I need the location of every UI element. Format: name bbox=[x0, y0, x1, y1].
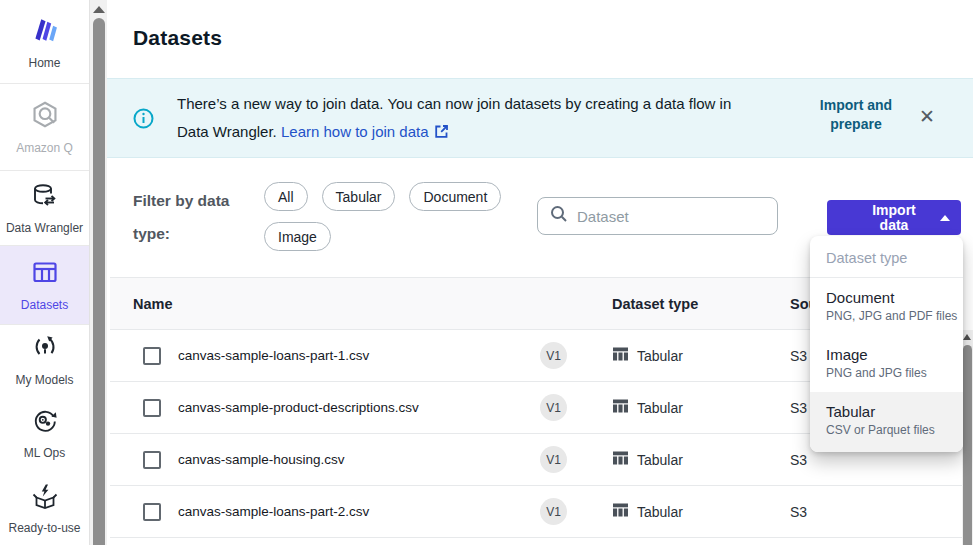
search-input[interactable] bbox=[577, 208, 777, 225]
dropdown-item-tabular[interactable]: Tabular CSV or Parquet files bbox=[810, 392, 963, 452]
sidebar-item-ml-ops[interactable]: ML Ops bbox=[0, 395, 89, 470]
dataset-search-box bbox=[537, 197, 778, 235]
column-header-name: Name bbox=[110, 296, 540, 312]
import-and-prepare-button[interactable]: Import and prepare bbox=[808, 96, 904, 134]
learn-join-data-link[interactable]: Learn how to join data bbox=[281, 123, 429, 140]
table-icon bbox=[612, 502, 629, 521]
dataset-name[interactable]: canvas-sample-loans-part-1.csv bbox=[178, 348, 540, 363]
dropdown-item-document[interactable]: Document PNG, JPG and PDF files bbox=[810, 278, 963, 335]
version-badge: V1 bbox=[540, 394, 567, 421]
filter-pill-all[interactable]: All bbox=[264, 182, 308, 211]
dataset-type: Tabular bbox=[637, 400, 683, 416]
scroll-up-arrow-icon[interactable] bbox=[93, 6, 105, 13]
table-icon bbox=[612, 398, 629, 417]
dataset-type: Tabular bbox=[637, 452, 683, 468]
banner-message: There’s a new way to join data. You can … bbox=[177, 90, 731, 148]
dropdown-header: Dataset type bbox=[810, 236, 963, 278]
scrollbar-thumb[interactable] bbox=[963, 345, 972, 545]
version-badge: V1 bbox=[540, 446, 567, 473]
table-row: canvas-sample-loans-part-2.csv V1 Tabula… bbox=[110, 486, 962, 538]
page-scrollbar[interactable] bbox=[89, 0, 107, 545]
row-checkbox[interactable] bbox=[143, 503, 161, 521]
banner-line2: Data Wrangler. Learn how to join data bbox=[177, 118, 731, 148]
scroll-up-arrow-icon[interactable] bbox=[963, 334, 971, 340]
sidebar-item-label: ML Ops bbox=[24, 446, 66, 460]
sidebar-item-label: Amazon Q bbox=[16, 141, 73, 155]
ready-to-use-icon bbox=[30, 481, 60, 515]
filter-pill-image[interactable]: Image bbox=[264, 222, 331, 251]
external-link-icon bbox=[434, 120, 449, 148]
version-badge: V1 bbox=[540, 342, 567, 369]
banner-line1: There’s a new way to join data. You can … bbox=[177, 90, 731, 118]
filter-label: Filter by data type: bbox=[133, 184, 255, 250]
filter-pill-document[interactable]: Document bbox=[409, 182, 501, 211]
datasets-table-icon bbox=[30, 258, 60, 292]
sidebar-item-label: Data Wrangler bbox=[6, 221, 83, 235]
data-wrangler-icon bbox=[30, 181, 60, 215]
sidebar-item-home[interactable]: Home bbox=[0, 0, 89, 84]
dataset-type: Tabular bbox=[637, 504, 683, 520]
page-title: Datasets bbox=[133, 26, 222, 50]
sidebar-item-data-wrangler[interactable]: Data Wrangler bbox=[0, 171, 89, 246]
table-scrollbar[interactable] bbox=[962, 330, 973, 545]
sidebar-item-my-models[interactable]: My Models bbox=[0, 325, 89, 395]
join-data-banner: There’s a new way to join data. You can … bbox=[107, 78, 973, 158]
row-checkbox[interactable] bbox=[143, 347, 161, 365]
import-data-button[interactable]: Import data bbox=[827, 200, 961, 235]
dataset-source: S3 bbox=[790, 452, 962, 468]
dataset-name[interactable]: canvas-sample-product-descriptions.csv bbox=[178, 400, 540, 415]
my-models-icon bbox=[30, 333, 60, 367]
search-icon bbox=[550, 205, 568, 227]
amazon-q-icon bbox=[29, 99, 61, 135]
column-header-dataset-type: Dataset type bbox=[612, 296, 790, 312]
filter-pill-group: All Tabular Document Image bbox=[264, 182, 504, 251]
dataset-source: S3 bbox=[790, 504, 962, 520]
sidebar-item-label: Home bbox=[28, 56, 60, 70]
sagemaker-canvas-app: Home Amazon Q bbox=[0, 0, 973, 545]
dropdown-item-image[interactable]: Image PNG and JPG files bbox=[810, 335, 963, 392]
sidebar: Home Amazon Q bbox=[0, 0, 89, 545]
dataset-name[interactable]: canvas-sample-housing.csv bbox=[178, 452, 540, 467]
table-icon bbox=[612, 450, 629, 469]
row-checkbox[interactable] bbox=[143, 451, 161, 469]
version-badge: V1 bbox=[540, 498, 567, 525]
sidebar-item-label: My Models bbox=[15, 373, 73, 387]
main-content: Datasets There’s a new way to join data.… bbox=[107, 0, 973, 545]
sidebar-item-label: Ready-to-use bbox=[8, 521, 80, 535]
close-icon[interactable]: ✕ bbox=[919, 105, 935, 128]
dataset-type: Tabular bbox=[637, 348, 683, 364]
import-data-dropdown: Dataset type Document PNG, JPG and PDF f… bbox=[810, 236, 963, 452]
info-icon bbox=[133, 108, 154, 133]
sidebar-item-datasets[interactable]: Datasets bbox=[0, 246, 89, 325]
filter-pill-tabular[interactable]: Tabular bbox=[322, 182, 396, 211]
ml-ops-icon bbox=[30, 406, 60, 440]
canvas-logo-icon bbox=[29, 14, 61, 50]
dataset-name[interactable]: canvas-sample-loans-part-2.csv bbox=[178, 504, 540, 519]
sidebar-item-label: Datasets bbox=[21, 298, 68, 312]
sidebar-item-amazon-q[interactable]: Amazon Q bbox=[0, 84, 89, 171]
table-icon bbox=[612, 346, 629, 365]
scrollbar-thumb[interactable] bbox=[93, 18, 105, 545]
caret-up-icon bbox=[940, 215, 950, 221]
row-checkbox[interactable] bbox=[143, 399, 161, 417]
sidebar-item-ready-to-use[interactable]: Ready-to-use bbox=[0, 470, 89, 545]
